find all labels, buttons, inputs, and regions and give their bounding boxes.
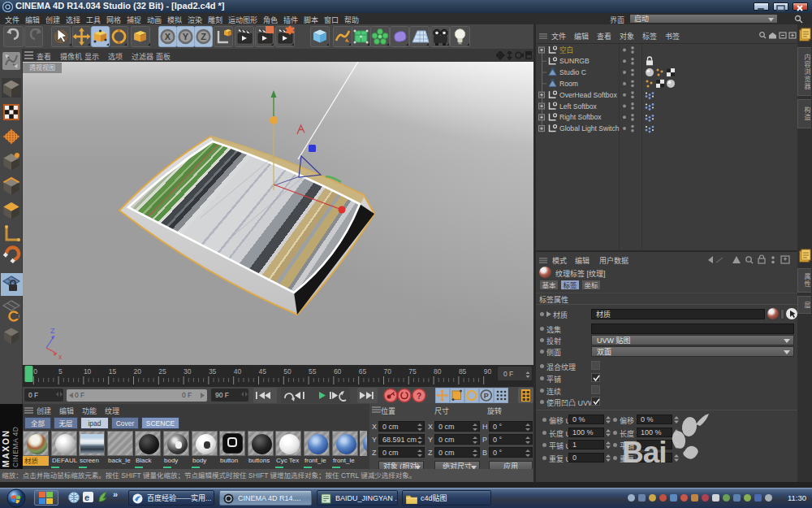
svg-text:0 F: 0 F <box>28 391 38 399</box>
svg-text:5: 5 <box>58 367 63 376</box>
svg-text:空白: 空白 <box>559 46 573 54</box>
svg-text:40: 40 <box>234 367 242 376</box>
svg-text:30: 30 <box>184 367 192 376</box>
svg-text:70: 70 <box>384 367 392 376</box>
svg-text:90 F: 90 F <box>215 391 229 399</box>
svg-text:Y: Y <box>183 32 189 41</box>
svg-text:45: 45 <box>259 367 267 376</box>
svg-text:0 F: 0 F <box>182 391 192 399</box>
svg-text:Right Softbox: Right Softbox <box>559 113 602 121</box>
svg-text:?: ? <box>417 392 421 401</box>
svg-text:0: 0 <box>33 367 37 376</box>
svg-text:35: 35 <box>209 367 217 376</box>
svg-text:0 F: 0 F <box>503 370 513 378</box>
svg-text:Studio C: Studio C <box>559 68 586 76</box>
svg-text:55: 55 <box>309 367 317 376</box>
svg-text:Z: Z <box>50 327 55 335</box>
svg-text:85: 85 <box>459 367 467 376</box>
svg-text:15: 15 <box>109 367 117 376</box>
svg-text:90: 90 <box>484 367 492 376</box>
svg-text:Left Softbox: Left Softbox <box>559 102 598 111</box>
svg-text:60: 60 <box>334 367 342 376</box>
svg-text:SUNRGB: SUNRGB <box>559 57 590 65</box>
svg-text:0 F: 0 F <box>75 391 84 399</box>
svg-text:x: x <box>58 353 63 361</box>
svg-text:10: 10 <box>84 367 92 376</box>
svg-text:20: 20 <box>134 367 142 376</box>
svg-text:50: 50 <box>283 367 292 376</box>
svg-text:OverHead Softbox: OverHead Softbox <box>559 91 617 99</box>
svg-text:25: 25 <box>158 367 166 376</box>
svg-text:Room: Room <box>559 80 578 88</box>
svg-text:e: e <box>84 493 89 502</box>
svg-text:Z: Z <box>201 32 206 41</box>
svg-text:P: P <box>484 392 489 400</box>
svg-text:75: 75 <box>408 367 417 376</box>
svg-text:Bai: Bai <box>622 436 667 469</box>
svg-text:65: 65 <box>359 367 367 376</box>
svg-text:Global Light Switch: Global Light Switch <box>559 124 620 132</box>
svg-text:X: X <box>165 32 171 41</box>
svg-text:80: 80 <box>434 367 442 376</box>
